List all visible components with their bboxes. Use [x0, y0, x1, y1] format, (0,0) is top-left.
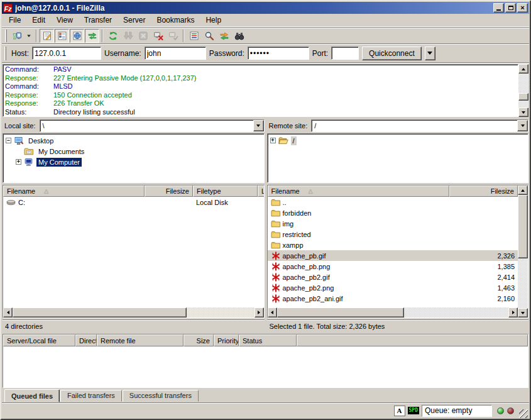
reconnect-button[interactable]	[166, 29, 180, 43]
remote-site-dropdown-button[interactable]	[517, 120, 528, 131]
queue-tabs: Queued filesFailed transfersSuccessful t…	[2, 388, 529, 402]
tree-item-my-documents[interactable]: My Documents	[3, 146, 264, 157]
column-header-spacer[interactable]	[297, 334, 528, 346]
resize-grip[interactable]	[519, 409, 528, 418]
column-header-filesize[interactable]: Filesize	[145, 185, 193, 197]
host-input[interactable]	[32, 47, 101, 60]
column-header-l[interactable]: L	[258, 185, 265, 197]
file-row-xampp[interactable]: xampp	[268, 240, 518, 250]
cancel-button[interactable]	[136, 29, 150, 43]
scroll-right-button[interactable]	[255, 307, 264, 318]
quickconnect-button[interactable]: Quickconnect	[362, 47, 422, 60]
toggle-local-tree-button[interactable]	[55, 29, 69, 43]
tree-item-[interactable]: +/	[268, 135, 528, 146]
scroll-down-button[interactable]	[518, 308, 528, 318]
file-row-apache-pb2-png[interactable]: apache_pb2.png1,463	[268, 282, 518, 293]
process-queue-button[interactable]	[121, 29, 135, 43]
toggle-log-button[interactable]	[40, 29, 54, 43]
site-manager-dropdown-button[interactable]	[25, 29, 33, 43]
file-row-restricted[interactable]: restricted	[268, 229, 518, 240]
scroll-track[interactable]	[518, 195, 528, 308]
column-header-status[interactable]: Status	[239, 334, 297, 346]
username-input[interactable]	[145, 47, 206, 60]
find-button[interactable]	[202, 29, 216, 43]
arrow-left-icon	[271, 311, 273, 314]
toggle-remote-tree-button[interactable]	[70, 29, 84, 43]
column-header-server-local-file[interactable]: Server/Local file	[3, 334, 75, 346]
file-row-c[interactable]: C:Local Disk	[3, 197, 264, 207]
tree-item-desktop[interactable]: −Desktop	[3, 135, 264, 146]
quickconnect-dropdown-button[interactable]	[425, 47, 435, 60]
column-header-directi[interactable]: Directi...	[75, 334, 97, 346]
local-hscrollbar[interactable]	[3, 307, 264, 318]
scroll-thumb[interactable]	[518, 93, 528, 101]
file-row-apache-pb2-ani-gif[interactable]: apache_pb2_ani.gif2,160	[268, 293, 518, 304]
column-header-filesize[interactable]: Filesize	[449, 185, 518, 197]
scroll-thumb[interactable]	[277, 307, 405, 318]
computer-icon	[24, 157, 34, 167]
file-row-img[interactable]: img	[268, 218, 518, 229]
file-row-[interactable]: ..	[268, 197, 518, 207]
tab-failed-transfers[interactable]: Failed transfers	[60, 390, 122, 402]
password-label: Password:	[209, 49, 244, 58]
compare-button[interactable]	[232, 29, 246, 43]
scroll-up-button[interactable]	[518, 64, 528, 74]
scroll-up-button[interactable]	[518, 185, 528, 195]
column-header-filetype[interactable]: Filetype	[193, 185, 258, 197]
toggle-queue-button[interactable]	[85, 29, 99, 43]
remote-site-combo[interactable]: /	[311, 119, 528, 132]
column-header-filename[interactable]: Filename△	[3, 185, 145, 197]
log-line-label: Command:	[5, 65, 53, 74]
file-row-apache-pb2-gif[interactable]: apache_pb2.gif2,414	[268, 272, 518, 282]
message-log-scrollbar[interactable]	[518, 64, 528, 117]
minimize-button[interactable]	[493, 3, 504, 13]
scroll-thumb[interactable]	[518, 195, 528, 258]
file-row-apache-pb-gif[interactable]: apache_pb.gif2,326	[268, 250, 518, 261]
file-name: C:	[18, 199, 25, 206]
menu-view[interactable]: View	[51, 14, 79, 26]
menu-help[interactable]: Help	[200, 14, 227, 26]
scroll-track[interactable]	[518, 74, 528, 108]
refresh-button[interactable]	[106, 29, 120, 43]
scroll-left-button[interactable]	[268, 307, 277, 318]
tab-queued-files[interactable]: Queued files	[4, 389, 60, 402]
tree-item-my-computer[interactable]: +My Computer	[3, 157, 264, 167]
scroll-right-button[interactable]	[508, 307, 518, 318]
port-input[interactable]	[331, 47, 359, 60]
column-header-filename[interactable]: Filename△	[268, 185, 449, 197]
scroll-down-button[interactable]	[518, 108, 528, 117]
remote-hscrollbar[interactable]	[268, 307, 518, 318]
collapse-icon[interactable]: −	[6, 138, 11, 143]
local-file-list: Filename△FilesizeFiletypeL C:Local Disk	[3, 185, 265, 318]
filter-button[interactable]	[187, 29, 201, 43]
local-site-combo[interactable]: \	[40, 119, 265, 132]
scroll-left-button[interactable]	[3, 307, 13, 318]
remote-vscrollbar[interactable]	[518, 185, 528, 318]
menu-edit[interactable]: Edit	[26, 14, 51, 26]
expand-icon[interactable]: +	[270, 138, 276, 143]
column-header-remote-file[interactable]: Remote file	[97, 334, 183, 346]
toggle-remote-tree-icon	[72, 31, 82, 41]
local-site-dropdown-button[interactable]	[253, 120, 264, 131]
file-row-forbidden[interactable]: forbidden	[268, 207, 518, 218]
close-button[interactable]: ×	[517, 3, 528, 13]
password-input[interactable]	[248, 47, 309, 60]
file-row-apache-pb-png[interactable]: apache_pb.png1,385	[268, 261, 518, 272]
scroll-track[interactable]	[13, 307, 255, 318]
maximize-button[interactable]	[505, 3, 516, 13]
menu-bookmarks[interactable]: Bookmarks	[151, 14, 200, 26]
disconnect-button[interactable]	[151, 29, 165, 43]
column-header-priority[interactable]: Priority	[214, 334, 239, 346]
scroll-thumb[interactable]	[13, 307, 187, 318]
expand-icon[interactable]: +	[16, 159, 21, 165]
folder-icon	[271, 219, 281, 229]
sync-browsing-button[interactable]	[217, 29, 231, 43]
scroll-track[interactable]	[277, 307, 509, 318]
title-bar: Fz john@127.0.0.1 - FileZilla ×	[2, 2, 529, 14]
tab-successful-transfers[interactable]: Successful transfers	[123, 390, 199, 402]
menu-file[interactable]: File	[3, 14, 26, 26]
column-header-size[interactable]: Size	[183, 334, 214, 346]
menu-server[interactable]: Server	[118, 14, 151, 26]
site-manager-button[interactable]	[9, 29, 24, 43]
menu-transfer[interactable]: Transfer	[79, 14, 118, 26]
